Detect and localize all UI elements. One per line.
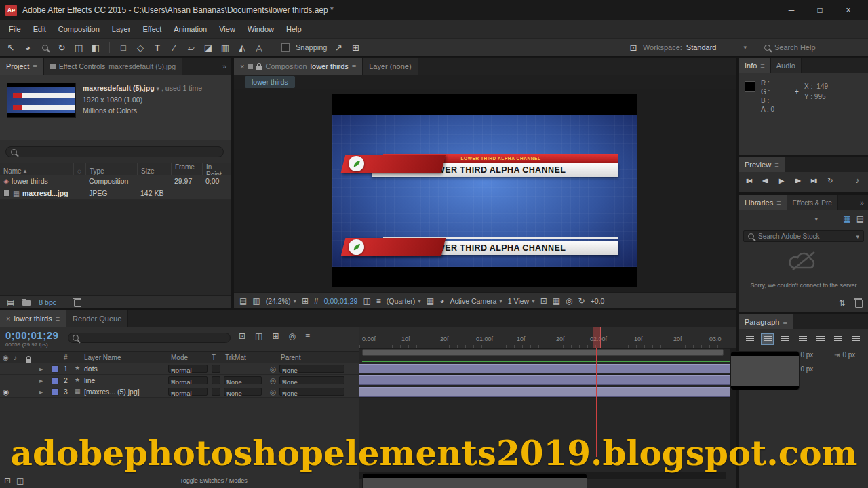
file-name[interactable]: maxresdefault (5).jpg [83,84,155,92]
workspace-select[interactable]: Standard ▾ [686,43,747,52]
camera-select[interactable]: Active Camera▾ [450,297,502,305]
trash-icon[interactable] [74,299,81,307]
expand-transfer-controls-icon[interactable]: ◫ [16,476,24,485]
composition-chip[interactable]: lower thirds [245,76,295,88]
mode-select[interactable]: Normal▾ [168,365,208,373]
layer-name[interactable]: line [84,376,95,384]
snap-angle-icon[interactable]: ↗ [334,43,344,53]
track-row-dots[interactable] [359,363,736,375]
justify-last-center-button[interactable] [814,333,827,345]
fast-previews-icon[interactable]: ▦ [553,297,560,305]
last-frame-button[interactable]: ▶▮ [807,175,821,186]
align-right-button[interactable] [778,333,791,345]
panel-menu-icon[interactable]: ≡ [56,314,60,323]
justify-last-left-button[interactable] [796,333,809,345]
layer-duration-bar[interactable] [359,375,736,385]
current-time-display[interactable]: 0;00;01;29 [5,329,58,341]
scrollbar-thumb[interactable] [362,473,587,488]
layer-color-swatch[interactable] [52,365,59,373]
parent-pickwhip-icon[interactable]: ◎ [270,388,276,396]
layer-row-line[interactable]: ▸ 2 ★ line Normal▾ None▾ ◎ None▾ [0,375,359,386]
project-search-input[interactable] [5,146,224,157]
scrollbar-thumb[interactable] [730,351,800,390]
expander-icon[interactable]: ▸ [39,376,43,384]
interpret-footage-icon[interactable]: ▤ [7,298,14,306]
menu-composition[interactable]: Composition [52,25,106,33]
parent-pickwhip-icon[interactable]: ◎ [270,376,276,384]
list-view-icon[interactable]: ▤ [856,215,864,223]
chevron-down-icon[interactable]: ▾ [157,85,160,92]
expand-layer-switches-icon[interactable]: ⊡ [4,476,11,485]
panel-menu-icon[interactable]: ≡ [776,199,781,207]
eraser-tool-icon[interactable]: ▥ [220,43,231,53]
type-tool-icon[interactable]: T [152,43,163,53]
clone-stamp-tool-icon[interactable]: ◪ [203,43,214,53]
composition-viewer[interactable]: LOWER THIRD ALPHA CHANNEL LOWER THIRD AL… [234,89,736,292]
search-help-input[interactable]: Search Help [774,43,863,52]
pixel-aspect-icon[interactable]: ⊡ [540,297,547,305]
parent-select[interactable]: None▾ [279,388,344,396]
menu-layer[interactable]: Layer [106,25,137,33]
preserve-transparency-box[interactable] [212,376,220,384]
puppet-pin-tool-icon[interactable]: ◬ [254,43,264,53]
parent-select[interactable]: None▾ [279,365,344,373]
snapshot-icon[interactable]: ▥ [252,297,260,305]
current-time[interactable]: 0;00;01;29 [324,297,358,305]
playhead-handle[interactable] [593,327,601,348]
tab-timeline-lower-thirds[interactable]: × lower thirds ≡ [0,310,66,327]
panel-menu-icon[interactable]: ≡ [33,62,37,70]
grid-guides-icon[interactable]: ⊞ [302,297,309,305]
view-layout-select[interactable]: 1 View▾ [508,297,535,305]
justify-all-button[interactable] [849,333,862,345]
exposure-value[interactable]: +0.0 [591,297,605,305]
panel-menu-icon[interactable]: ≡ [774,161,778,169]
region-of-interest-icon[interactable]: ▦ [427,297,434,305]
tab-project[interactable]: Project ≡ [0,58,44,75]
layer-name[interactable]: [maxres... (5).jpg] [84,388,140,396]
channel-icon[interactable]: ≡ [376,297,381,305]
tab-effect-controls[interactable]: Effect Controls maxresdefault (5).jpg [44,58,182,75]
trkmat-select[interactable]: None▾ [224,388,262,396]
layer-name[interactable]: dots [84,365,98,373]
close-tab-icon[interactable]: × [6,314,10,323]
rotate-tool-icon[interactable]: ↻ [56,43,67,53]
project-bit-depth[interactable]: 8 bpc [39,298,56,306]
trash-icon[interactable] [855,300,863,308]
layer-duration-bar[interactable] [359,387,736,396]
indent-first-line-field[interactable]: ⇥ 0 px [834,351,868,359]
transparency-grid-icon[interactable]: ◕ [439,297,444,305]
toggle-switches-modes-button[interactable]: Toggle Switches / Modes [136,477,292,484]
tab-layer[interactable]: Layer (none) [363,58,418,75]
tab-info[interactable]: Info ≡ [739,58,771,73]
preserve-transparency-box[interactable] [212,388,220,396]
time-ruler[interactable]: 0:00f 10f 20f 01:00f 10f 20f 02:00f 10f … [359,327,736,349]
table-row-lower-thirds[interactable]: ◈lower thirds Composition 29.97 0;00 [0,175,231,188]
lock-icon[interactable] [256,66,262,70]
menu-view[interactable]: View [213,25,241,33]
menu-file[interactable]: File [3,25,27,33]
layer-row-maxresdefault[interactable]: ◉ ▸ 3 ▦ [maxres... (5).jpg] Normal▾ None… [0,386,359,398]
layer-row-dots[interactable]: ▸ 1 ★ dots Normal▾ ◎ None▾ [0,363,359,375]
timeline-button-icon[interactable]: ◎ [566,297,572,305]
panel-menu-icon[interactable]: ≡ [760,62,764,70]
snapshot-camera-icon[interactable]: ◫ [363,297,370,305]
expander-icon[interactable]: ▸ [39,388,43,396]
frame-blending-icon[interactable]: ◎ [288,332,295,340]
reset-exposure-icon[interactable]: ↻ [578,297,585,305]
layer-color-swatch[interactable] [52,377,59,384]
video-visibility-icon[interactable]: ◉ [3,388,9,396]
new-folder-icon[interactable] [22,300,31,306]
tab-effects-presets[interactable]: Effects & Pre [787,195,838,210]
layer-color-swatch[interactable] [52,388,59,396]
work-area-bar[interactable] [362,349,724,356]
tab-preview[interactable]: Preview ≡ [739,157,785,172]
mask-toggle-icon[interactable]: # [314,297,319,305]
pen-tool-icon[interactable]: ◇ [135,43,146,53]
first-frame-button[interactable]: ▮◀ [742,175,755,186]
minimize-button[interactable]: ─ [777,5,806,15]
draft-3d-icon[interactable]: ◫ [255,332,262,340]
tab-audio[interactable]: Audio [771,58,802,73]
next-frame-button[interactable]: ▮▶ [791,175,804,186]
roto-brush-tool-icon[interactable]: ◭ [237,43,248,53]
tab-render-queue[interactable]: Render Queue [66,310,128,327]
